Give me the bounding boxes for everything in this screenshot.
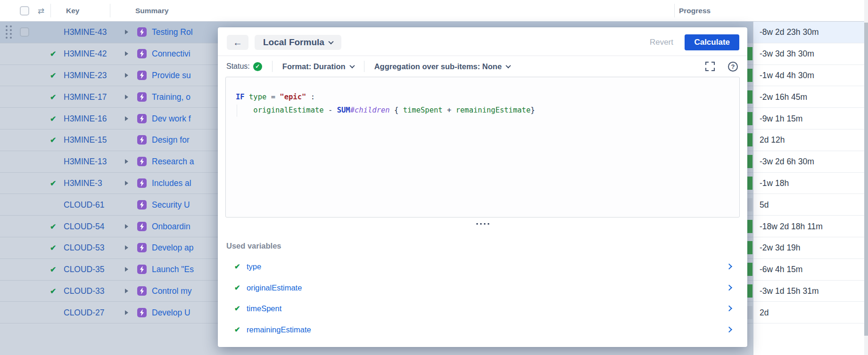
- column-header-progress[interactable]: Progress: [679, 7, 711, 15]
- issue-summary[interactable]: Provide su: [152, 70, 191, 80]
- formula-code[interactable]: IF type = "epic" : originalEstimate - SU…: [236, 90, 535, 117]
- chevron-right-icon[interactable]: [726, 327, 732, 333]
- drag-handle-icon[interactable]: [6, 25, 12, 39]
- expand-arrow-icon[interactable]: [125, 245, 128, 250]
- help-icon[interactable]: ?: [728, 62, 738, 72]
- column-header-key[interactable]: Key: [66, 7, 79, 15]
- issue-summary[interactable]: Connectivi: [152, 49, 190, 59]
- issue-summary[interactable]: Testing Rol: [152, 27, 193, 37]
- variable-link[interactable]: type: [247, 262, 261, 271]
- issue-summary[interactable]: Dev work f: [152, 113, 191, 123]
- used-variable-row[interactable]: ✔ originalEstimate: [218, 277, 747, 299]
- expand-arrow-icon[interactable]: [125, 73, 128, 78]
- check-icon: ✔: [234, 262, 240, 271]
- function-cell[interactable]: -1w 18h: [753, 173, 864, 194]
- issue-key[interactable]: CLOUD-54: [64, 221, 105, 231]
- calculate-button[interactable]: Calculate: [685, 34, 739, 50]
- expand-arrow-icon[interactable]: [125, 30, 128, 34]
- function-cell[interactable]: -2w 3d 19h: [753, 237, 864, 259]
- expand-arrow-icon[interactable]: [125, 116, 128, 121]
- column-header-summary[interactable]: Summary: [135, 7, 169, 15]
- issue-key[interactable]: H3MINE-16: [64, 113, 107, 123]
- scrollbar-thumb[interactable]: [864, 23, 868, 336]
- function-cell[interactable]: -9w 1h 15m: [753, 108, 864, 129]
- issue-summary[interactable]: Design for: [152, 135, 190, 145]
- issue-key[interactable]: CLOUD-53: [64, 243, 105, 253]
- epic-icon: [137, 49, 147, 58]
- issue-key[interactable]: H3MINE-15: [64, 135, 107, 145]
- function-value: -2w 16h 45m: [760, 92, 807, 102]
- variable-link[interactable]: remainingEstimate: [247, 325, 311, 334]
- issue-summary[interactable]: Launch "Es: [152, 265, 194, 274]
- issue-summary[interactable]: Develop ap: [152, 243, 194, 253]
- used-variable-row[interactable]: ✔ remainingEstimate: [218, 319, 747, 340]
- function-cell[interactable]: -2w 16h 45m: [753, 86, 864, 108]
- function-cell[interactable]: -1w 4d 4h 30m: [753, 65, 864, 87]
- issue-summary[interactable]: Onboardin: [152, 221, 190, 231]
- row-checkbox[interactable]: [20, 27, 29, 37]
- used-variable-row[interactable]: ✔ timeSpent: [218, 298, 747, 319]
- function-cell[interactable]: 5d: [753, 194, 864, 216]
- issue-key[interactable]: CLOUD-33: [64, 286, 105, 296]
- issue-key[interactable]: CLOUD-27: [64, 307, 105, 317]
- issue-summary[interactable]: Training, o: [152, 92, 190, 102]
- expand-arrow-icon[interactable]: [125, 181, 128, 186]
- function-cell[interactable]: -8w 2d 23h 30m: [753, 22, 864, 43]
- epic-icon: [137, 27, 147, 37]
- check-icon: ✔: [234, 325, 240, 334]
- expand-arrow-icon[interactable]: [125, 267, 128, 272]
- fullscreen-icon[interactable]: [705, 62, 715, 71]
- column-separator[interactable]: [50, 4, 51, 17]
- issue-key[interactable]: H3MINE-3: [64, 178, 102, 188]
- expand-arrow-icon[interactable]: [125, 95, 128, 99]
- issue-summary[interactable]: Includes al: [152, 178, 191, 188]
- chevron-down-icon: [505, 63, 511, 68]
- expand-arrow-icon[interactable]: [125, 51, 128, 56]
- used-variable-row[interactable]: ✔ type: [218, 256, 747, 277]
- function-cell[interactable]: 2d: [753, 302, 864, 323]
- swap-columns-icon[interactable]: ⇄: [38, 6, 44, 16]
- issue-key[interactable]: CLOUD-35: [64, 265, 105, 274]
- expand-arrow-icon[interactable]: [125, 289, 128, 293]
- issue-key[interactable]: H3MINE-13: [64, 157, 107, 167]
- function-cell[interactable]: -18w 2d 18h 11m: [753, 216, 864, 237]
- aggregation-dropdown[interactable]: Aggregation over sub-items: None: [374, 62, 510, 71]
- issue-key[interactable]: H3MINE-23: [64, 70, 107, 80]
- function-cell[interactable]: 2d 12h: [753, 129, 864, 151]
- chevron-right-icon[interactable]: [726, 285, 732, 291]
- function-cell[interactable]: -6w 4h 15m: [753, 259, 864, 281]
- issue-summary[interactable]: Control my: [152, 286, 192, 296]
- column-separator[interactable]: [110, 4, 110, 17]
- chevron-right-icon[interactable]: [726, 264, 732, 270]
- vertical-scrollbar[interactable]: [864, 0, 868, 355]
- chevron-right-icon[interactable]: [726, 306, 732, 312]
- issue-key[interactable]: H3MINE-43: [64, 27, 107, 37]
- variable-link[interactable]: timeSpent: [247, 304, 281, 313]
- done-check-icon: ✔: [50, 92, 56, 101]
- select-all-checkbox[interactable]: [20, 6, 29, 16]
- issue-summary[interactable]: Security U: [152, 200, 190, 210]
- variable-link[interactable]: originalEstimate: [247, 283, 302, 292]
- panel-resize-handle[interactable]: [474, 221, 491, 226]
- issue-summary[interactable]: Research a: [152, 157, 194, 167]
- function-value: -18w 2d 18h 11m: [760, 221, 823, 231]
- issue-key[interactable]: H3MINE-17: [64, 92, 107, 102]
- revert-button[interactable]: Revert: [650, 35, 673, 50]
- expand-arrow-icon[interactable]: [125, 224, 128, 229]
- format-dropdown[interactable]: Format: Duration: [282, 62, 354, 71]
- issue-key[interactable]: CLOUD-61: [64, 200, 105, 210]
- formula-type-dropdown[interactable]: Local Formula: [255, 35, 341, 50]
- column-separator[interactable]: [674, 4, 675, 17]
- issue-key[interactable]: H3MINE-42: [64, 49, 107, 59]
- epic-icon: [137, 157, 147, 166]
- issue-summary[interactable]: Develop U: [152, 307, 190, 317]
- aggregation-label: Aggregation over sub-items: None: [374, 62, 502, 71]
- formula-code-editor[interactable]: IF type = "epic" : originalEstimate - SU…: [225, 77, 740, 218]
- back-button[interactable]: ←: [227, 35, 248, 50]
- function-cell[interactable]: -3w 1d 15h 31m: [753, 281, 864, 302]
- function-cell[interactable]: -3w 2d 6h 30m: [753, 151, 864, 173]
- expand-arrow-icon[interactable]: [125, 310, 128, 315]
- used-variables-title: Used variables: [226, 242, 281, 250]
- expand-arrow-icon[interactable]: [125, 159, 128, 164]
- function-cell[interactable]: -3w 3d 3h 30m: [753, 43, 864, 65]
